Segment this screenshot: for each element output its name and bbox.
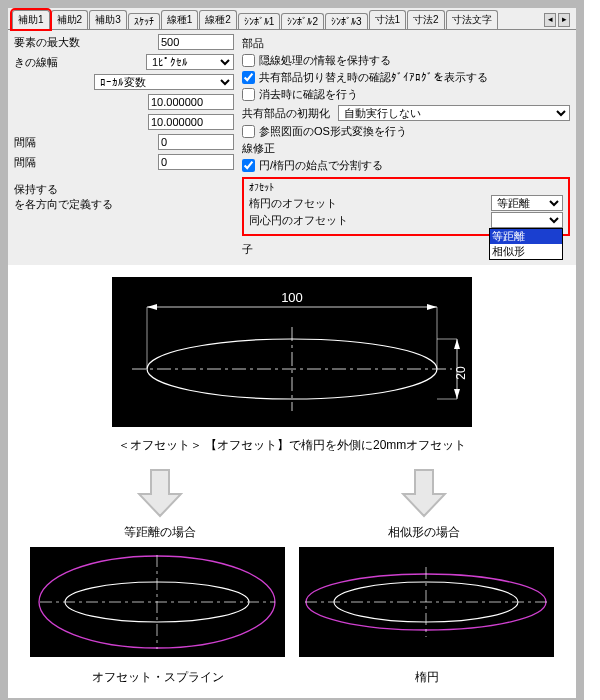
down-arrow-icon — [401, 468, 447, 518]
tab-symbol3[interactable]: ｼﾝﾎﾞﾙ3 — [325, 13, 368, 29]
svg-marker-15 — [403, 470, 445, 516]
os-convert-label: 参照図面のOS形式変換を行う — [259, 124, 407, 139]
spacing-input[interactable] — [158, 134, 234, 150]
dropdown-option-similar[interactable]: 相似形 — [490, 244, 562, 259]
shared-init-label: 共有部品の初期化 — [242, 106, 330, 121]
tab-dim2[interactable]: 寸法2 — [407, 10, 445, 29]
tab-linetype2[interactable]: 線種2 — [199, 10, 237, 29]
tab-symbol2[interactable]: ｼﾝﾎﾞﾙ2 — [281, 13, 324, 29]
figure-source-ellipse: 100 20 — [112, 277, 472, 427]
spacing2-label: 間隔 — [14, 155, 158, 170]
line-width-label: きの線幅 — [14, 55, 146, 70]
tab-aux3[interactable]: 補助3 — [89, 10, 127, 29]
define-label: を各方向で定義する — [14, 197, 234, 212]
spacing2-input[interactable] — [158, 154, 234, 170]
concentric-offset-label: 同心円のオフセット — [249, 213, 491, 228]
hidden-line-checkbox[interactable] — [242, 54, 255, 67]
result-label-ellipse: 楕円 — [299, 669, 554, 686]
max-elements-input[interactable] — [158, 34, 234, 50]
linemod-section-title: 線修正 — [242, 141, 570, 156]
tab-symbol1[interactable]: ｼﾝﾎﾞﾙ1 — [238, 13, 281, 29]
split-start-label: 円/楕円の始点で分割する — [259, 158, 383, 173]
tabs-scroll-right[interactable]: ▸ — [558, 13, 570, 27]
dim-height-value: 20 — [454, 366, 468, 380]
line-width-select[interactable]: 1ﾋﾟｸｾﾙ — [146, 54, 234, 70]
spacing-label: 間隔 — [14, 135, 158, 150]
tabs-scroll-left[interactable]: ◂ — [544, 13, 556, 27]
caption-main: ＜オフセット＞ 【オフセット】で楕円を外側に20mmオフセット — [28, 437, 556, 454]
figure-offset-equidistant — [30, 547, 285, 657]
var-type-select[interactable]: ﾛｰｶﾙ変数 — [94, 74, 234, 90]
figure-offset-similar — [299, 547, 554, 657]
down-arrow-icon — [137, 468, 183, 518]
shared-init-select[interactable]: 自動実行しない — [338, 105, 570, 121]
case-similar-label: 相似形の場合 — [388, 524, 460, 541]
tab-aux1[interactable]: 補助1 — [12, 10, 50, 29]
tab-dim1[interactable]: 寸法1 — [369, 10, 407, 29]
result-label-spline: オフセット・スプライン — [30, 669, 285, 686]
offset-group-title: ｵﾌｾｯﾄ — [249, 182, 563, 193]
shared-confirm-label: 共有部品切り替え時の確認ﾀﾞｲｱﾛｸﾞを表示する — [259, 70, 488, 85]
tab-sketch[interactable]: ｽｹｯﾁ — [128, 13, 160, 29]
erase-confirm-label: 消去時に確認を行う — [259, 87, 358, 102]
parts-section-title: 部品 — [242, 36, 570, 51]
case-equidistant-label: 等距離の場合 — [124, 524, 196, 541]
shared-confirm-checkbox[interactable] — [242, 71, 255, 84]
settings-dialog: 補助1 補助2 補助3 ｽｹｯﾁ 線種1 線種2 ｼﾝﾎﾞﾙ1 ｼﾝﾎﾞﾙ2 ｼ… — [8, 8, 576, 265]
concentric-offset-select[interactable] — [491, 212, 563, 228]
dim-width-value: 100 — [281, 290, 303, 305]
tab-dimtext[interactable]: 寸法文字 — [446, 10, 498, 29]
num2-input[interactable] — [148, 114, 234, 130]
offset-group: ｵﾌｾｯﾄ 楕円のオフセット 等距離 同心円のオフセット 等距離 — [242, 177, 570, 236]
svg-marker-14 — [139, 470, 181, 516]
tab-linetype1[interactable]: 線種1 — [161, 10, 199, 29]
split-start-checkbox[interactable] — [242, 159, 255, 172]
num1-input[interactable] — [148, 94, 234, 110]
ellipse-offset-select[interactable]: 等距離 — [491, 195, 563, 211]
keep-label: 保持する — [14, 182, 234, 197]
concentric-offset-dropdown: 等距離 相似形 — [489, 228, 563, 260]
hidden-line-label: 隠線処理の情報を保持する — [259, 53, 391, 68]
tab-bar: 補助1 補助2 補助3 ｽｹｯﾁ 線種1 線種2 ｼﾝﾎﾞﾙ1 ｼﾝﾎﾞﾙ2 ｼ… — [8, 8, 576, 30]
ellipse-offset-label: 楕円のオフセット — [249, 196, 491, 211]
erase-confirm-checkbox[interactable] — [242, 88, 255, 101]
dropdown-option-equidistant[interactable]: 等距離 — [490, 229, 562, 244]
os-convert-checkbox[interactable] — [242, 125, 255, 138]
tab-aux2[interactable]: 補助2 — [51, 10, 89, 29]
max-elements-label: 要素の最大数 — [14, 35, 158, 50]
